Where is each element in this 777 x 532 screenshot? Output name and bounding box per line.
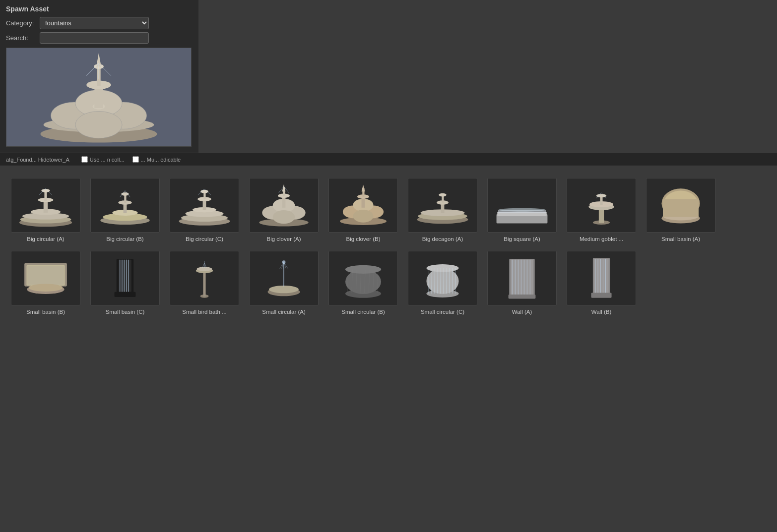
svg-rect-158 <box>591 293 611 298</box>
asset-label-big-circular-a: Big circular (A) <box>27 236 64 243</box>
checkbox1[interactable] <box>81 156 88 163</box>
svg-rect-90 <box>27 266 64 285</box>
asset-thumbnail-small-circular-c <box>408 251 477 305</box>
checkbox-row: Use ... n coll... ... Mu... edicable <box>81 156 181 163</box>
checkbox2-item[interactable]: ... Mu... edicable <box>132 156 181 163</box>
asset-label-small-basin-b: Small basin (B) <box>26 308 65 316</box>
asset-item-big-circular-a[interactable]: Big circular (A) <box>6 174 85 247</box>
preview-svg <box>6 48 191 146</box>
svg-rect-129 <box>426 268 458 294</box>
svg-line-116 <box>284 262 288 269</box>
svg-rect-94 <box>119 260 131 292</box>
asset-thumbnail-small-circular-a <box>249 251 319 305</box>
asset-label-medium-goblet: Medium goblet ... <box>580 236 623 243</box>
asset-thumbnail-small-bird-bath <box>170 251 239 305</box>
svg-rect-150 <box>509 295 536 299</box>
svg-point-92 <box>29 284 63 292</box>
svg-rect-87 <box>663 199 699 217</box>
asset-label-small-basin-c: Small basin (C) <box>106 308 145 316</box>
asset-label-big-square-a: Big square (A) <box>504 236 540 243</box>
asset-thumbnail-small-basin-b <box>11 251 80 305</box>
svg-point-80 <box>596 194 607 197</box>
asset-item-small-basin-a[interactable]: Small basin (A) <box>641 174 720 247</box>
asset-thumbnail-wall-a <box>487 251 557 305</box>
asset-label-small-basin-a: Small basin (A) <box>661 236 700 243</box>
checkbox2[interactable] <box>132 156 139 163</box>
asset-item-medium-goblet[interactable]: Medium goblet ... <box>562 174 641 247</box>
search-input[interactable] <box>40 32 149 44</box>
asset-thumbnail-big-square-a <box>487 178 557 233</box>
asset-thumbnail-big-circular-a <box>11 178 80 233</box>
info-bar: atg_Found... Hidetower_A Use ... n coll.… <box>0 153 777 166</box>
asset-item-big-circular-b[interactable]: Big circular (B) <box>85 174 165 247</box>
svg-line-112 <box>280 262 284 269</box>
spawn-asset-panel: Spawn Asset Category: fountains trees ro… <box>0 0 198 153</box>
asset-thumbnail-big-decagon-a <box>408 178 477 233</box>
asset-item-small-circular-c[interactable]: Small circular (C) <box>403 247 482 320</box>
asset-item-big-decagon-a[interactable]: Big decagon (A) <box>403 174 482 247</box>
category-select[interactable]: fountains trees rocks buildings vehicles… <box>40 17 149 29</box>
asset-thumbnail-small-basin-a <box>646 178 715 233</box>
asset-label-big-clover-b: Big clover (B) <box>346 236 380 243</box>
svg-point-5 <box>75 111 122 138</box>
asset-label-small-circular-a: Small circular (A) <box>262 308 306 316</box>
svg-point-70 <box>439 193 446 196</box>
asset-item-wall-b[interactable]: Wall (B) <box>562 247 641 320</box>
asset-item-big-square-a[interactable]: Big square (A) <box>482 174 562 247</box>
asset-thumbnail-small-circular-b <box>328 251 398 305</box>
asset-item-small-basin-b[interactable]: Small basin (B) <box>6 247 85 320</box>
asset-label-small-bird-bath: Small bird bath ... <box>182 308 226 316</box>
svg-point-59 <box>353 210 373 223</box>
asset-item-wall-a[interactable]: Wall (A) <box>482 247 562 320</box>
asset-item-big-circular-c[interactable]: Big circular (C) <box>165 174 244 247</box>
panel-title: Spawn Asset <box>6 5 193 13</box>
svg-point-48 <box>273 210 295 223</box>
svg-rect-102 <box>203 270 205 297</box>
svg-point-119 <box>345 265 381 274</box>
asset-thumbnail-big-circular-c <box>170 178 239 233</box>
asset-thumbnail-big-circular-b <box>90 178 160 233</box>
category-row: Category: fountains trees rocks building… <box>6 17 193 29</box>
asset-thumbnail-big-clover-b <box>328 178 398 233</box>
asset-item-big-clover-b[interactable]: Big clover (B) <box>324 174 403 247</box>
asset-label-big-circular-b: Big circular (B) <box>106 236 143 243</box>
asset-item-small-basin-c[interactable]: Small basin (C) <box>85 247 165 320</box>
asset-label-big-decagon-a: Big decagon (A) <box>422 236 463 243</box>
asset-label-wall-b: Wall (B) <box>591 308 611 316</box>
svg-rect-100 <box>115 292 136 297</box>
asset-item-small-circular-b[interactable]: Small circular (B) <box>324 247 403 320</box>
svg-line-131 <box>429 268 429 294</box>
checkbox2-label: ... Mu... edicable <box>141 157 181 163</box>
svg-point-22 <box>41 189 50 192</box>
search-row: Search: <box>6 32 193 44</box>
checkbox1-label: Use ... n coll... <box>90 157 125 163</box>
asset-label-small-circular-b: Small circular (B) <box>341 308 385 316</box>
asset-item-small-bird-bath[interactable]: Small bird bath ... <box>165 247 244 320</box>
asset-grid: Big circular (A)Big circular (B)Big circ… <box>0 166 777 328</box>
asset-thumbnail-big-clover-a <box>249 178 319 233</box>
svg-rect-152 <box>594 259 608 294</box>
svg-line-140 <box>455 268 456 294</box>
svg-point-109 <box>269 286 299 293</box>
search-label: Search: <box>6 34 36 42</box>
asset-preview <box>6 48 192 147</box>
asset-name: atg_Found... Hidetower_A <box>6 157 69 163</box>
asset-thumbnail-medium-goblet <box>567 178 636 233</box>
asset-item-small-circular-a[interactable]: Small circular (A) <box>244 247 324 320</box>
category-label: Category: <box>6 19 36 27</box>
asset-thumbnail-small-basin-c <box>90 251 160 305</box>
checkbox1-item[interactable]: Use ... n coll... <box>81 156 125 163</box>
svg-point-130 <box>426 265 458 272</box>
asset-label-wall-a: Wall (A) <box>512 308 532 316</box>
svg-point-74 <box>499 208 545 211</box>
asset-label-small-circular-c: Small circular (C) <box>421 308 464 316</box>
asset-item-big-clover-a[interactable]: Big clover (A) <box>244 174 324 247</box>
asset-thumbnail-wall-b <box>567 251 636 305</box>
asset-label-big-clover-a: Big clover (A) <box>266 236 301 243</box>
svg-rect-142 <box>511 260 533 296</box>
asset-label-big-circular-c: Big circular (C) <box>186 236 223 243</box>
